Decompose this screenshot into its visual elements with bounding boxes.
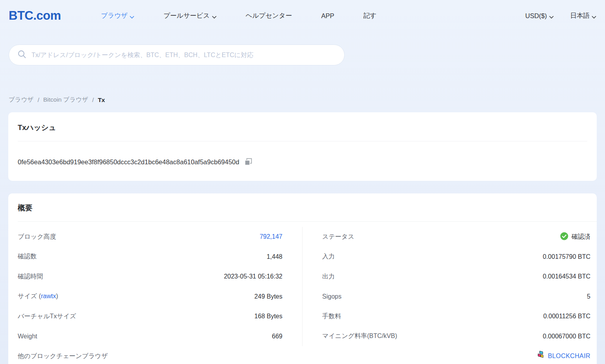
- block-height-label: ブロック高度: [18, 233, 56, 241]
- block-height-link[interactable]: 792,147: [260, 233, 282, 240]
- search-input[interactable]: [32, 52, 336, 59]
- overview-columns: ブロック高度 792,147 確認数 1,448 確認時間 2023-05-31…: [8, 222, 597, 346]
- nav-item-pool-service[interactable]: プールサービス: [163, 11, 216, 20]
- table-row: 出力 0.00164534 BTC: [322, 267, 590, 287]
- currency-label: USD($): [525, 12, 547, 20]
- table-row: バーチャルTxサイズ 168 Bytes: [18, 306, 282, 327]
- confirmations-label: 確認数: [18, 253, 37, 261]
- top-navigation-bar: BTC.com ブラウザ プールサービス ヘルプセンター APP 記す USD(…: [0, 0, 605, 32]
- table-row: ステータス 確認済: [322, 227, 590, 247]
- virtual-tx-size-value: 168 Bytes: [254, 313, 282, 320]
- tx-hash-value: 0fe56ea4303e6bd919ee3f8f96850dccc3c2d1bc…: [18, 158, 239, 166]
- size-value: 249 Bytes: [254, 293, 282, 300]
- weight-label: Weight: [18, 333, 37, 340]
- nav-item-label: 記す: [363, 11, 376, 20]
- nav-item-browser[interactable]: ブラウザ: [101, 11, 135, 20]
- nav-item-mark[interactable]: 記す: [363, 11, 376, 20]
- breadcrumb: ブラウザ / Bitcoin ブラウザ / Tx: [9, 96, 596, 104]
- chevron-down-icon: [130, 13, 134, 20]
- sigops-value: 5: [587, 293, 590, 300]
- copy-icon[interactable]: [245, 158, 252, 166]
- search-bar[interactable]: [9, 45, 345, 65]
- nav-item-app[interactable]: APP: [321, 12, 334, 20]
- nav-item-help-center[interactable]: ヘルプセンター: [246, 11, 292, 20]
- tx-hash-row: 0fe56ea4303e6bd919ee3f8f96850dccc3c2d1bc…: [18, 158, 587, 166]
- input-label: 入力: [322, 253, 335, 261]
- language-selector[interactable]: 日本語: [570, 11, 597, 20]
- chevron-down-icon: [212, 13, 217, 20]
- blockchair-link-label: BLOCKCHAIR: [548, 353, 590, 360]
- blockchair-link[interactable]: BLOCKCHAIR: [537, 351, 590, 362]
- language-label: 日本語: [570, 11, 590, 20]
- tx-hash-card-title: Txハッシュ: [18, 123, 587, 132]
- nav-item-label: APP: [321, 12, 334, 20]
- overview-left-column: ブロック高度 792,147 確認数 1,448 確認時間 2023-05-31…: [8, 227, 302, 346]
- rawtx-link[interactable]: rawtx: [41, 293, 56, 299]
- output-value: 0.00164534 BTC: [543, 273, 590, 280]
- table-row: 入力 0.00175790 BTC: [322, 247, 590, 267]
- confirmations-value: 1,448: [267, 253, 282, 260]
- currency-selector[interactable]: USD($): [525, 12, 553, 20]
- input-value: 0.00175790 BTC: [543, 253, 590, 260]
- status-badge: 確認済: [560, 232, 590, 242]
- nav-item-label: プールサービス: [163, 11, 210, 20]
- tx-hash-card: Txハッシュ 0fe56ea4303e6bd919ee3f8f96850dccc…: [8, 112, 597, 181]
- breadcrumb-bitcoin-browser[interactable]: Bitcoin ブラウザ: [43, 96, 88, 104]
- confirm-time-value: 2023-05-31 05:16:32: [224, 273, 282, 280]
- fee-value: 0.00011256 BTC: [543, 313, 590, 320]
- nav-item-label: ブラウザ: [101, 11, 128, 20]
- weight-value: 669: [272, 333, 282, 340]
- blockchair-logo-icon: [537, 351, 544, 362]
- table-row: 手数料 0.00011256 BTC: [322, 306, 590, 327]
- table-row: Weight 669: [18, 327, 282, 347]
- header-right-controls: USD($) 日本語: [525, 11, 596, 20]
- breadcrumb-separator: /: [92, 97, 94, 104]
- chevron-down-icon: [592, 13, 596, 20]
- table-row: 確認数 1,448: [18, 247, 282, 267]
- btc-com-logo[interactable]: BTC.com: [9, 9, 61, 23]
- sigops-label: Sigops: [322, 293, 341, 300]
- table-row: ブロック高度 792,147: [18, 227, 282, 247]
- status-label: ステータス: [322, 233, 354, 241]
- table-row: サイズ (rawtx) 249 Bytes: [18, 287, 282, 307]
- confirm-time-label: 確認時間: [18, 273, 43, 281]
- main-nav: ブラウザ プールサービス ヘルプセンター APP 記す: [101, 11, 377, 20]
- mining-fee-rate-value: 0.00067000 BTC: [543, 333, 590, 340]
- table-row: マイニング料率(BTC/kVB) 0.00067000 BTC: [322, 327, 590, 347]
- virtual-tx-size-label: バーチャルTxサイズ: [18, 312, 76, 321]
- search-section: [0, 32, 605, 65]
- overview-card: 概要 ブロック高度 792,147 確認数 1,448 確認時間 2023-05…: [8, 193, 597, 364]
- other-explorers-label: 他のブロックチェーンブラウザ: [18, 352, 108, 360]
- overview-right-column: ステータス 確認済 入力 0.00175790 BTC 出力 0.0016453…: [302, 227, 597, 346]
- nav-item-label: ヘルプセンター: [246, 11, 292, 20]
- status-text: 確認済: [572, 233, 590, 241]
- search-icon: [18, 50, 26, 60]
- mining-fee-rate-label: マイニング料率(BTC/kVB): [322, 332, 397, 340]
- chevron-down-icon: [549, 13, 554, 20]
- divider: [18, 141, 587, 141]
- size-label: サイズ (rawtx): [18, 292, 58, 301]
- breadcrumb-browser[interactable]: ブラウザ: [9, 96, 33, 104]
- table-row: 確認時間 2023-05-31 05:16:32: [18, 267, 282, 287]
- table-row: Sigops 5: [322, 287, 590, 307]
- fee-label: 手数料: [322, 312, 341, 321]
- overview-card-title: 概要: [8, 203, 597, 213]
- breadcrumb-separator: /: [37, 97, 39, 104]
- other-explorers-row: 他のブロックチェーンブラウザ BLOCKCHAIR: [8, 346, 597, 364]
- breadcrumb-current-tx: Tx: [98, 97, 105, 104]
- output-label: 出力: [322, 273, 335, 281]
- confirmed-check-icon: [560, 232, 568, 242]
